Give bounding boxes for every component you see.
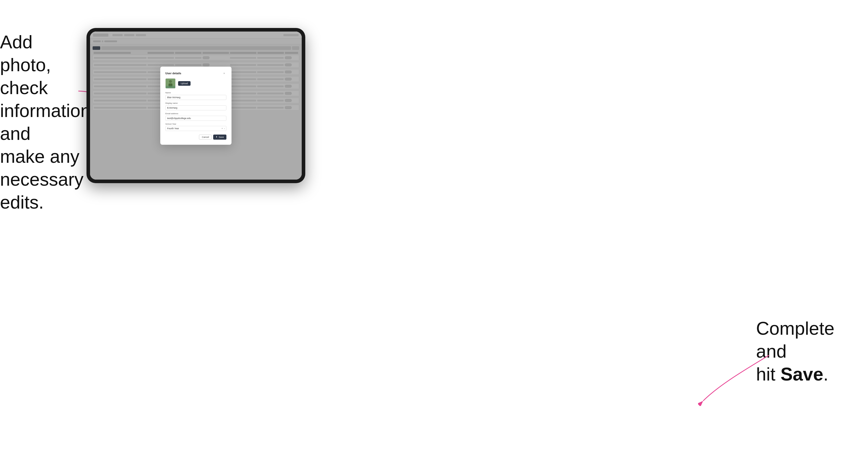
annotation-right-save: Save [780,364,823,384]
save-label: Save [219,136,224,138]
user-details-modal: User details × Upload [160,67,231,145]
display-name-input[interactable] [165,105,226,111]
school-year-label: School Year [165,123,226,125]
tablet-screen: User details × Upload [90,32,302,180]
modal-title: User details [165,72,181,75]
modal-overlay: User details × Upload [90,32,302,180]
annotation-right-line2-prefix: hit [756,364,780,384]
display-name-label: Display name [165,102,226,104]
avatar [165,79,176,89]
name-field-group: Name [165,92,226,100]
email-label: Email address [165,113,226,115]
annotation-right: Complete and hit Save. [756,317,853,385]
photo-section: Upload [165,79,226,89]
name-input[interactable] [165,95,226,100]
name-label: Name [165,92,226,94]
chevron-down-icon[interactable]: ⌄ [224,127,225,129]
annotation-left: Add photo, check information and make an… [0,31,82,214]
annotation-right-line1: Complete and [756,318,834,362]
modal-footer: Cancel ⬆ Save [165,134,226,139]
annotation-left-line3: make any [0,146,80,166]
annotation-left-line2: information and [0,100,91,144]
annotation-left-line4: necessary edits. [0,169,84,212]
upload-button[interactable]: Upload [178,81,190,86]
annotation-left-line1: Add photo, check [0,32,51,98]
email-input[interactable] [165,116,226,121]
svg-point-3 [169,80,172,83]
svg-rect-5 [165,86,175,88]
avatar-image [165,79,175,88]
tablet-device: User details × Upload [87,28,305,183]
display-name-field-group: Display name [165,102,226,111]
cancel-button[interactable]: Cancel [199,134,212,139]
clear-icon[interactable]: × [222,127,223,130]
school-year-field-group: School Year × ⌄ [165,123,226,131]
save-icon: ⬆ [216,136,218,138]
annotation-right-suffix: . [823,364,828,384]
school-year-input[interactable] [165,126,226,131]
modal-header: User details × [165,72,226,75]
email-field-group: Email address [165,113,226,121]
school-year-wrapper: × ⌄ [165,126,226,131]
save-button[interactable]: ⬆ Save [213,134,226,139]
close-button[interactable]: × [223,72,226,75]
